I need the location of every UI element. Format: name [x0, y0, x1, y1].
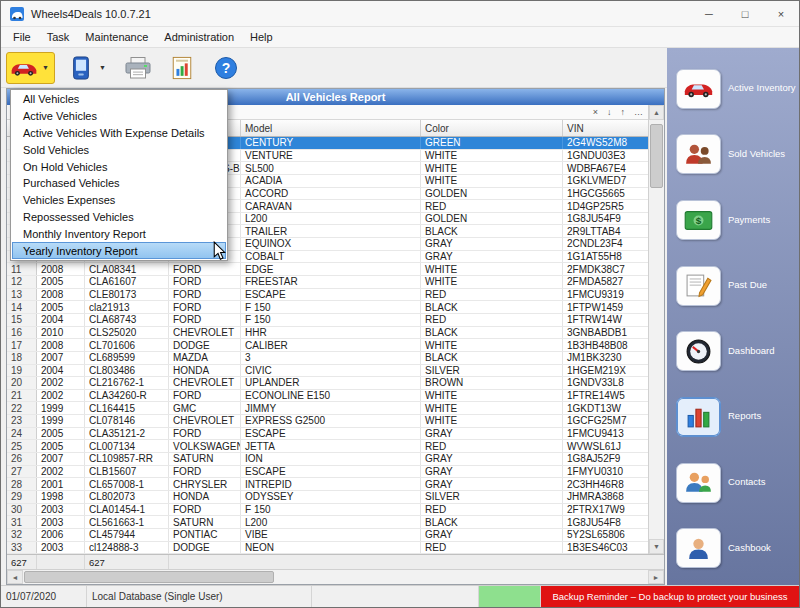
vertical-scrollbar[interactable]: ▲ ▼ [648, 105, 664, 554]
cell: CL803486 [85, 365, 169, 377]
cell: ION [241, 453, 421, 465]
menu-item-vehicles-expenses[interactable]: Vehicles Expenses [12, 192, 226, 209]
print-button[interactable] [120, 52, 156, 84]
cell: CLS25020 [85, 327, 169, 339]
menu-item-purchased-vehicles[interactable]: Purchased Vehicles [12, 175, 226, 192]
sidebar-item-cashbook[interactable]: Cashbook [676, 515, 797, 581]
column-header-vin[interactable]: VIN [563, 120, 648, 136]
table-row[interactable]: 192004CL803486HONDACIVICSILVER1HGEM219X [7, 365, 648, 378]
table-row[interactable]: 231999CL078146CHEVROLETEXPRESS G2500WHIT… [7, 415, 648, 428]
table-row[interactable]: 182007CL689599MAZDA3BLACKJM1BK3230 [7, 352, 648, 365]
sort-up-icon[interactable]: ↑ [621, 108, 626, 117]
sidebar: Active InventorySold Vehicles$PaymentsPa… [667, 48, 799, 585]
sort-down-icon[interactable]: ↓ [607, 108, 612, 117]
scroll-left-icon[interactable]: ◄ [7, 570, 23, 584]
hscrollbar-thumb[interactable] [24, 571, 274, 583]
table-row[interactable]: 312003CL561663-1SATURNL200BLACK1G8JU54F8 [7, 516, 648, 529]
scroll-up-icon[interactable]: ▲ [649, 105, 664, 120]
table-row[interactable]: 172008CL701606DODGECALIBERWHITE1B3HB48B0… [7, 339, 648, 352]
cell: 26 [7, 453, 37, 465]
scrollbar-thumb[interactable] [650, 124, 663, 188]
column-header-model[interactable]: Model [241, 120, 421, 136]
cell: 1D4GP25R5 [563, 200, 648, 212]
devices-button[interactable]: ▼ [63, 52, 112, 84]
menu-item-monthly-inventory-report[interactable]: Monthly Inventory Report [12, 225, 226, 242]
close-button[interactable]: × [763, 1, 799, 26]
table-row[interactable]: 132008CLE80173FORDESCAPERED1FMCU9319 [7, 289, 648, 302]
cell: BLACK [421, 225, 563, 237]
menu-administration[interactable]: Administration [156, 29, 242, 45]
menu-item-all-vehicles[interactable]: All Vehicles [12, 91, 226, 108]
sidebar-item-reports[interactable]: Reports [676, 384, 797, 450]
cell: FORD [169, 289, 241, 301]
menu-item-active-vehicles[interactable]: Active Vehicles [12, 108, 226, 125]
table-row[interactable]: 262007CL109857-RRSATURNIONGRAY1G8AJ52F9 [7, 453, 648, 466]
menu-item-sold-vehicles[interactable]: Sold Vehicles [12, 141, 226, 158]
menu-item-active-vehicles-with-expense-details[interactable]: Active Vehicles With Expense Details [12, 125, 226, 142]
table-row[interactable]: 162010CLS25020CHEVROLETHHRBLACK3GNBABDB1 [7, 327, 648, 340]
dropdown-arrow-icon[interactable]: ▼ [39, 64, 52, 71]
past-due-icon [676, 266, 721, 306]
table-row[interactable]: 322006CL457944PONTIACVIBEGRAY5Y2SL65806 [7, 529, 648, 542]
table-row[interactable]: 221999CL164415GMCJIMMYWHITE1GKDT13W [7, 402, 648, 415]
table-row[interactable]: 152004CLA68743FORDF 150RED1FTRW14W [7, 314, 648, 327]
column-header-color[interactable]: Color [421, 120, 563, 136]
report-viewer-button[interactable] [164, 52, 200, 84]
menu-maintenance[interactable]: Maintenance [77, 29, 156, 45]
status-date: 01/07/2020 [1, 586, 87, 607]
cell: CLB15607 [85, 466, 169, 478]
table-row[interactable]: 122005CLA61607FORDFREESTARWHITE2FMDA5827 [7, 276, 648, 289]
maximize-button[interactable]: □ [727, 1, 763, 26]
sidebar-item-past-due[interactable]: Past Due [676, 253, 797, 319]
horizontal-scrollbar[interactable]: ◄ ► [7, 569, 664, 584]
dropdown-arrow-icon[interactable]: ▼ [96, 64, 109, 71]
sidebar-item-active-inventory[interactable]: Active Inventory [676, 56, 797, 122]
minimize-button[interactable]: ─ [691, 1, 727, 26]
device-icon [66, 55, 96, 81]
table-row[interactable]: 142005cla21913FORDF 150BLACK1FTPW1459 [7, 301, 648, 314]
menu-item-yearly-inventory-report[interactable]: Yearly Inventory Report [12, 242, 226, 259]
menu-file[interactable]: File [5, 29, 39, 45]
app-window: Wheels4Deals 10.0.7.21 ─□× FileTaskMaint… [0, 0, 800, 608]
cell: 2005 [37, 428, 85, 440]
scroll-down-icon[interactable]: ▼ [649, 539, 664, 554]
table-row[interactable]: 332003cl124888-3DODGENEONRED1B3ES46C03 [7, 542, 648, 555]
menu-item-repossessed-vehicles[interactable]: Repossessed Vehicles [12, 209, 226, 226]
toolbar: ▼▼? [1, 48, 667, 88]
scrollbar-track[interactable] [649, 120, 664, 539]
cell: 11 [7, 263, 37, 275]
cell: MAZDA [169, 352, 241, 364]
table-row[interactable]: 291998CL802073HONDAODYSSEYSILVERJHMRA386… [7, 491, 648, 504]
table-row[interactable]: 242005CLA35121-2FORDESCAPEGRAY1FMCU9413 [7, 428, 648, 441]
menu-help[interactable]: Help [242, 29, 281, 45]
sidebar-item-payments[interactable]: $Payments [676, 187, 797, 253]
cell: GOLDEN [421, 188, 563, 200]
cell: CHEVROLET [169, 415, 241, 427]
sidebar-item-contacts[interactable]: Contacts [676, 450, 797, 516]
cell: 1GKLVMED7 [563, 175, 648, 187]
table-row[interactable]: 112008CLA08341FORDEDGEWHITE2FMDK38C7 [7, 263, 648, 276]
menu-task[interactable]: Task [39, 29, 78, 45]
table-row[interactable]: 282001CL657008-1CHRYSLERINTREPIDGRAY2C3H… [7, 478, 648, 491]
cell: 1HGEM219X [563, 365, 648, 377]
close-icon[interactable]: × [593, 108, 598, 117]
record-count-2: 627 [85, 555, 169, 569]
table-row[interactable]: 302003CLA01454-1FORDF 150RED2FTRX17W9 [7, 504, 648, 517]
help-button[interactable]: ? [208, 52, 244, 84]
menu-item-on-hold-vehicles[interactable]: On Hold Vehicles [12, 158, 226, 175]
table-row[interactable]: 202002CL216762-1CHEVROLETUPLANDERBROWN1G… [7, 377, 648, 390]
cell: CL457944 [85, 529, 169, 541]
table-row[interactable]: 272002CLB15607FORDESCAPEGRAY1FMYU0310 [7, 466, 648, 479]
vehicles-reports-button[interactable]: ▼ [6, 52, 55, 84]
svg-text:?: ? [222, 60, 231, 76]
cell: 2001 [37, 478, 85, 490]
table-row[interactable]: 212002CLA34260-RFORDECONOLINE E150WHITE1… [7, 390, 648, 403]
cell: F 150 [241, 504, 421, 516]
cell: CALIBER [241, 339, 421, 351]
sidebar-item-sold-vehicles[interactable]: Sold Vehicles [676, 122, 797, 188]
table-row[interactable]: 252005CL007134VOLKSWAGENJETTAREDWVWSL61J [7, 440, 648, 453]
cell: CL657008-1 [85, 478, 169, 490]
sidebar-item-dashboard[interactable]: Dashboard [676, 319, 797, 385]
more-icon[interactable]: … [634, 108, 643, 117]
scroll-right-icon[interactable]: ► [648, 570, 664, 584]
